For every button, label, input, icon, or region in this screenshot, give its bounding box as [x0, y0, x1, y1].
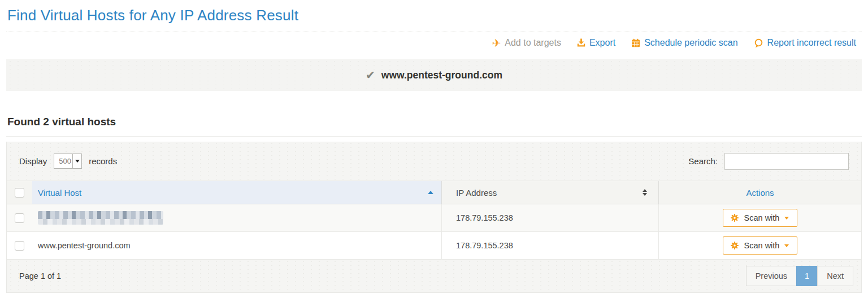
- export-label: Export: [589, 38, 615, 48]
- scanned-target-host: www.pentest-ground.com: [381, 69, 502, 81]
- download-icon: [577, 38, 585, 47]
- actions-header-label: Actions: [746, 188, 774, 198]
- scan-with-button[interactable]: Scan with: [723, 236, 798, 255]
- select-dropdown-button[interactable]: [72, 154, 81, 168]
- pagination: Previous 1 Next: [746, 266, 853, 286]
- row-checkbox[interactable]: [15, 241, 24, 251]
- previous-page-button[interactable]: Previous: [746, 266, 797, 286]
- table-row: www.pentest-ground.com 178.79.155.238: [7, 232, 861, 260]
- ip-address-cell: 178.79.155.238: [441, 204, 658, 231]
- scan-with-label: Scan with: [744, 241, 780, 250]
- page-number-button[interactable]: 1: [796, 266, 818, 286]
- caret-down-icon: [75, 160, 80, 163]
- plane-icon: ✈: [492, 38, 501, 49]
- report-incorrect-result-label: Report incorrect result: [767, 38, 856, 48]
- ip-address-header-label: IP Address: [456, 188, 497, 198]
- scan-with-button[interactable]: Scan with: [723, 209, 798, 227]
- virtual-host-header-label: Virtual Host: [38, 188, 81, 198]
- ip-address-cell: 178.79.155.238: [441, 232, 658, 259]
- scan-with-label: Scan with: [744, 213, 780, 222]
- report-incorrect-result-button[interactable]: Report incorrect result: [754, 38, 856, 48]
- chat-bubble-icon: [754, 38, 763, 48]
- header-checkbox-cell: [7, 181, 32, 204]
- page-size-select[interactable]: 500: [54, 154, 82, 169]
- page-size-value: 500: [54, 154, 72, 168]
- page: Find Virtual Hosts for Any IP Address Re…: [0, 0, 868, 293]
- toolbar: ✈ Add to targets Export: [6, 32, 862, 54]
- select-all-checkbox[interactable]: [15, 188, 24, 198]
- column-header-ip-address[interactable]: IP Address: [441, 181, 658, 204]
- next-page-button[interactable]: Next: [817, 266, 853, 286]
- table-row: 178.79.155.238: [7, 204, 861, 232]
- calendar-icon: [631, 38, 640, 47]
- gear-icon: [730, 241, 739, 250]
- export-button[interactable]: Export: [577, 38, 615, 48]
- table-header-row: Virtual Host IP Address Actions: [7, 181, 861, 204]
- sort-ascending-icon: [428, 191, 433, 194]
- add-to-targets-label: Add to targets: [505, 38, 561, 48]
- virtual-host-cell: www.pentest-ground.com: [32, 232, 441, 259]
- gear-icon: [730, 213, 739, 222]
- caret-down-icon: [784, 244, 789, 247]
- search-label: Search:: [688, 156, 718, 166]
- column-header-actions: Actions: [658, 181, 861, 204]
- scanned-target-banner: ✔ www.pentest-ground.com: [6, 59, 862, 91]
- page-title: Find Virtual Hosts for Any IP Address Re…: [6, 5, 862, 32]
- search-input[interactable]: [724, 153, 849, 170]
- results-heading: Found 2 virtual hosts: [6, 116, 862, 137]
- sort-icon: [643, 189, 647, 196]
- check-icon: ✔: [366, 68, 375, 82]
- schedule-periodic-scan-label: Schedule periodic scan: [644, 38, 737, 48]
- column-header-virtual-host[interactable]: Virtual Host: [32, 181, 441, 204]
- table-controls: Display 500 records Search:: [7, 142, 861, 181]
- redacted-virtual-host: [38, 211, 163, 225]
- schedule-periodic-scan-button[interactable]: Schedule periodic scan: [631, 38, 737, 48]
- page-size-control: Display 500 records: [19, 154, 117, 169]
- search-control: Search:: [688, 153, 849, 170]
- table-footer: Page 1 of 1 Previous 1 Next: [7, 260, 861, 292]
- display-label: Display: [19, 156, 47, 166]
- results-table-panel: Display 500 records Search: Virtual Host: [6, 142, 862, 293]
- add-to-targets-button[interactable]: ✈ Add to targets: [492, 38, 561, 49]
- caret-down-icon: [784, 217, 789, 220]
- records-label: records: [89, 156, 117, 166]
- page-info: Page 1 of 1: [19, 271, 61, 281]
- row-checkbox[interactable]: [15, 213, 24, 223]
